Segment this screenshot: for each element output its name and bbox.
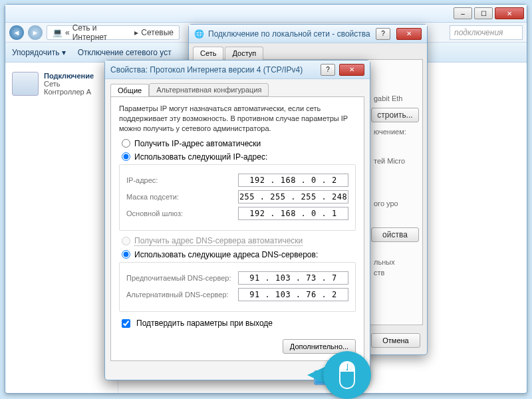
label-ip: IP-адрес: (126, 176, 238, 184)
dns-group: Предпочитаемый DNS-сервер: 91 . 103 . 73… (119, 262, 356, 312)
ipv4-pane: Параметры IP могут назначаться автоматич… (110, 96, 364, 361)
close-button[interactable]: ✕ (339, 64, 364, 76)
radio-use-ip[interactable]: Использовать следующий IP-адрес: (122, 152, 356, 162)
radio-use-dns-label: Использовать следующие адреса DNS-сервер… (134, 250, 318, 259)
radio-auto-ip[interactable]: Получить IP-адрес автоматически (122, 139, 356, 148)
prop-title: Подключение по локальной сети - свойства (208, 29, 376, 39)
breadcrumb[interactable]: 💻 « Сеть и Интернет ▸ Сетевые (47, 25, 180, 40)
label-dns1: Предпочитаемый DNS-сервер: (126, 274, 238, 282)
label-dns2: Альтернативный DNS-сервер: (126, 291, 238, 299)
validate-label: Подтвердить параметры при выходе (136, 319, 273, 328)
radio-use-ip-label: Использовать следующий IP-адрес: (134, 152, 267, 162)
back-button[interactable]: ◄ (9, 25, 24, 40)
ip-group: IP-адрес: 192 . 168 . 0 . 2 Маска подсет… (119, 164, 356, 231)
help-button[interactable]: ? (376, 28, 390, 40)
input-dns1[interactable]: 91 . 103 . 73 . 7 (238, 271, 348, 285)
input-dns2[interactable]: 91 . 103 . 76 . 2 (238, 288, 348, 301)
cancel-button[interactable]: Отмена (371, 333, 420, 348)
radio-auto-dns: Получить адрес DNS-сервера автоматически (122, 236, 356, 246)
validate-checkbox[interactable] (122, 319, 130, 328)
radio-use-ip-input[interactable] (122, 152, 130, 161)
radio-auto-ip-input[interactable] (122, 139, 130, 148)
breadcrumb-2[interactable]: Сетевые (141, 28, 174, 37)
forward-button[interactable]: ► (28, 25, 43, 40)
connection-icon (12, 72, 39, 96)
tab-general[interactable]: Общие (110, 84, 149, 97)
search-box[interactable]: подключения (450, 25, 523, 40)
network-icon: 💻 (53, 28, 63, 37)
ipv4-info-text: Параметры IP могут назначаться автоматич… (119, 104, 356, 134)
conn-line3: Контроллер A (44, 88, 94, 96)
input-ip[interactable]: 192 . 168 . 0 . 2 (238, 174, 348, 187)
radio-auto-dns-input (122, 237, 130, 245)
tab-alternate[interactable]: Альтернативная конфигурация (149, 83, 269, 96)
connection-list: Подключение Сеть Контроллер A (5, 63, 118, 393)
radio-auto-dns-label: Получить адрес DNS-сервера автоматически (134, 236, 303, 246)
prop-tabs: Сеть Доступ (189, 43, 427, 59)
mouse-callout-icon (323, 351, 371, 399)
connection-item[interactable]: Подключение Сеть Контроллер A (9, 69, 114, 98)
input-mask[interactable]: 255 . 255 . 255 . 248 (238, 190, 348, 203)
ipv4-properties-dialog: Свойства: Протокол Интернета версии 4 (T… (104, 60, 370, 380)
maximize-button[interactable]: ☐ (474, 7, 493, 19)
tab-sharing[interactable]: Доступ (225, 47, 263, 60)
label-mask: Маска подсети: (126, 193, 238, 201)
radio-use-dns[interactable]: Использовать следующие адреса DNS-сервер… (122, 250, 356, 259)
radio-auto-ip-label: Получить IP-адрес автоматически (134, 139, 261, 148)
minimize-button[interactable]: – (454, 7, 472, 19)
organize-menu[interactable]: Упорядочить ▾ (12, 48, 66, 57)
explorer-titlebar: – ☐ ✕ (5, 5, 527, 23)
input-gateway[interactable]: 192 . 168 . 0 . 1 (238, 207, 348, 220)
conn-title: Подключение (44, 72, 94, 80)
ipv4-title: Свойства: Протокол Интернета версии 4 (T… (110, 65, 321, 74)
close-button[interactable]: ✕ (396, 28, 422, 40)
conn-line2: Сеть (44, 80, 94, 88)
breadcrumb-1[interactable]: Сеть и Интернет (72, 23, 132, 42)
help-button[interactable]: ? (321, 64, 335, 76)
tab-network[interactable]: Сеть (193, 47, 223, 60)
radio-use-dns-input[interactable] (122, 250, 130, 259)
label-gateway: Основной шлюз: (126, 209, 238, 217)
validate-checkbox-row[interactable]: Подтвердить параметры при выходе (119, 317, 356, 330)
configure-button[interactable]: строить... (371, 108, 419, 122)
disable-device-menu[interactable]: Отключение сетевого уст (78, 48, 172, 57)
properties-button[interactable]: ойства (371, 227, 419, 242)
connection-icon-small: 🌐 (194, 29, 204, 39)
close-button[interactable]: ✕ (495, 7, 524, 19)
prop-peek: gabit Eth строить... ючением: тей Micro … (371, 93, 419, 278)
